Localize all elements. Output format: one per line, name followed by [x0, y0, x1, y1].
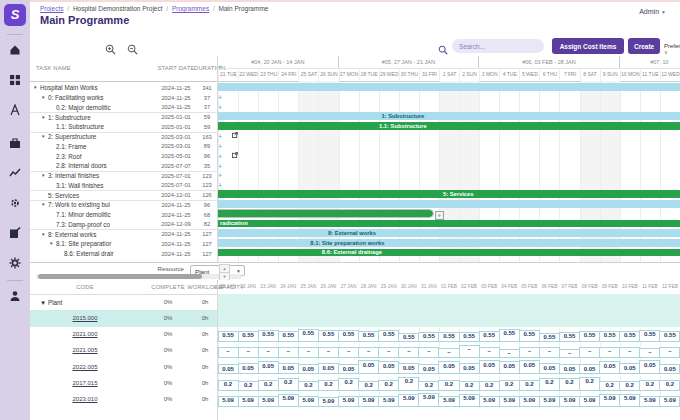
resource-row[interactable]: 2023.0100%0h2752h5.095.095.095.095.095.0… — [30, 392, 680, 408]
gantt-bar-summary[interactable] — [218, 200, 680, 208]
task-name[interactable]: Hospital Main Works — [40, 84, 98, 91]
task-name[interactable]: 2.1: Frame — [56, 143, 86, 150]
modules-grid-icon[interactable] — [9, 74, 21, 86]
gantt-day-label: 1 SAT — [439, 68, 459, 81]
gantt-bar-summary[interactable] — [218, 239, 680, 247]
gantt-day-label: 5 WED — [519, 68, 539, 81]
task-name[interactable]: 1: Substructure — [48, 114, 91, 121]
resource-row[interactable]: 2021.0000%0h2752h0.550.550.550.550.550.5… — [30, 327, 680, 343]
resource-row[interactable]: 2015.0000%0h2752h — [30, 310, 680, 326]
task-row[interactable]: 2.1: Frame2025-03-0189+ — [30, 142, 218, 152]
task-name[interactable]: 7.3: Damp-proof co — [56, 221, 110, 228]
resource-code-link[interactable]: 2022.005 — [40, 364, 130, 370]
task-row[interactable]: 7.1: Minor demolitic2024-11-2568+ — [30, 210, 218, 220]
gantt-bar-task[interactable] — [218, 122, 680, 130]
task-row[interactable]: ▼8.1: Site preparatior2024-11-25127+ — [30, 239, 218, 249]
task-row[interactable]: ▼2: Superstructure2025-03-01163+ — [30, 132, 218, 142]
gantt-bar-task[interactable] — [218, 249, 680, 257]
expand-collapse-arrow[interactable]: ▼ — [41, 173, 45, 178]
task-row[interactable]: ▼3: Internal finishes2025-07-01123+ — [30, 171, 218, 181]
expand-collapse-arrow[interactable]: ▼ — [41, 202, 45, 207]
task-name[interactable]: 2: Superstructure — [48, 133, 96, 140]
page-title: Main Programme — [40, 14, 129, 26]
resource-group-row[interactable]: ▼ Plant0%0h16512h — [30, 294, 680, 310]
task-name[interactable]: 8.1: Site preparatior — [56, 240, 111, 247]
bar-drag-handle[interactable]: + — [435, 211, 444, 220]
expand-collapse-arrow[interactable]: ▼ — [49, 241, 53, 246]
resource-code-link[interactable]: 2021.005 — [40, 347, 130, 353]
app-window: S Projects / Hospital Demonstration Proj… — [0, 0, 680, 420]
allocation-value: 0.2 — [359, 382, 379, 388]
task-name[interactable]: 3.1: Wall finishes — [56, 182, 103, 189]
resource-code-link[interactable]: 2015.000 — [40, 315, 130, 321]
resource-code-link[interactable]: 2023.010 — [40, 396, 130, 402]
settings-gear-icon[interactable] — [9, 257, 21, 269]
task-name[interactable]: 0.2: Major demolitic — [56, 104, 111, 111]
horizontal-scrollbar-thumb[interactable] — [38, 274, 202, 279]
trend-chart-icon[interactable] — [9, 167, 21, 179]
task-name[interactable]: 8.6: External drair — [64, 250, 114, 257]
task-start-date: 2025-07-07 — [156, 163, 196, 169]
expand-collapse-arrow[interactable]: ▼ — [41, 134, 45, 139]
cog-icon[interactable] — [9, 197, 21, 209]
edit-note-icon[interactable] — [9, 227, 21, 239]
task-name[interactable]: 2.3: Roof — [56, 153, 82, 160]
allocation-value: 0.2 — [439, 381, 459, 387]
task-row[interactable]: ▼1: Substructure2025-01-0159+ — [30, 112, 218, 122]
task-name[interactable]: 7.1: Minor demolitic — [56, 211, 111, 218]
task-row[interactable]: ▼8: External works2024-11-25127+ — [30, 229, 218, 239]
task-row[interactable]: ▼0: Facilitating works2024-11-2537+ — [30, 93, 218, 103]
task-name[interactable]: 5: Services — [48, 192, 79, 199]
briefcase-icon[interactable] — [9, 137, 21, 149]
zoom-in-icon[interactable] — [105, 41, 116, 52]
zoom-out-icon[interactable] — [127, 41, 138, 52]
allocation-value: – — [419, 348, 439, 354]
gantt-bar-summary[interactable] — [218, 83, 680, 91]
task-name[interactable]: 0: Facilitating works — [48, 94, 103, 101]
expand-collapse-arrow[interactable]: ▼ — [33, 85, 37, 90]
gantt-day-label: 23 THU — [258, 68, 278, 81]
home-icon[interactable] — [9, 44, 21, 56]
resource-row[interactable]: 2017.0150%0h2752h0.20.20.20.20.20.20.20.… — [30, 376, 680, 392]
gantt-bar-task[interactable] — [218, 220, 680, 228]
allocation-value: 0.05 — [660, 366, 680, 372]
task-row[interactable]: ▼Hospital Main Works2024-11-25341+ — [30, 83, 218, 93]
gantt-bar-task[interactable] — [218, 210, 433, 218]
user-menu[interactable]: Admin▼ — [639, 8, 666, 15]
expand-collapse-arrow[interactable]: ▼ — [41, 95, 45, 100]
allocation-value: 0.05 — [519, 362, 539, 368]
allocation-value: 0.55 — [499, 330, 519, 336]
task-row[interactable]: ▼7: Work to existing bui2024-11-2596+ — [30, 200, 218, 210]
task-name[interactable]: 3: Internal finishes — [48, 172, 99, 179]
resource-row[interactable]: 2021.0050%0h2752h–––––––––––––––––––––––… — [30, 343, 680, 359]
app-logo[interactable]: S — [4, 4, 26, 26]
resource-date-label: 23 JAN — [258, 280, 278, 294]
task-name[interactable]: 2.8: Internal doors — [56, 162, 107, 169]
allocation-value: 0.2 — [499, 381, 519, 387]
task-row[interactable]: 8.6: External drair2024-11-25127+ — [30, 249, 218, 259]
breadcrumb-link[interactable]: Projects — [40, 5, 63, 12]
create-button[interactable]: Create — [628, 38, 660, 54]
allocation-value: 0.2 — [379, 381, 399, 387]
preferences-menu[interactable]: Preferences ∨ — [664, 43, 680, 55]
allocation-value: 5.09 — [399, 395, 419, 401]
task-name[interactable]: 1.1: Substructure — [56, 123, 104, 130]
breadcrumb-link[interactable]: Programmes — [172, 5, 209, 12]
allocation-value: 0.2 — [339, 379, 359, 385]
expand-collapse-arrow[interactable]: ▼ — [41, 115, 45, 120]
assign-cost-items-button[interactable]: Assign Cost Items — [552, 38, 624, 54]
gantt-bar-summary[interactable] — [218, 229, 680, 237]
task-name[interactable]: 8: External works — [48, 231, 96, 238]
task-row[interactable]: 2.3: Roof2025-05-0196+ — [30, 151, 218, 161]
gantt-bar-summary[interactable] — [218, 112, 680, 120]
resource-row[interactable]: 2022.0050%0h2752h0.050.050.050.050.050.0… — [30, 359, 680, 375]
drafting-compass-icon[interactable] — [9, 104, 21, 116]
user-icon[interactable] — [9, 290, 21, 302]
resource-code-link[interactable]: 2021.000 — [40, 331, 130, 337]
task-name[interactable]: 7: Work to existing bui — [48, 201, 110, 208]
allocation-value: 0.55 — [640, 331, 660, 337]
search-input[interactable] — [452, 39, 544, 53]
resource-code-link[interactable]: 2017.015 — [40, 380, 130, 386]
allocation-value: 0.55 — [399, 334, 419, 340]
expand-collapse-arrow[interactable]: ▼ — [41, 232, 45, 237]
